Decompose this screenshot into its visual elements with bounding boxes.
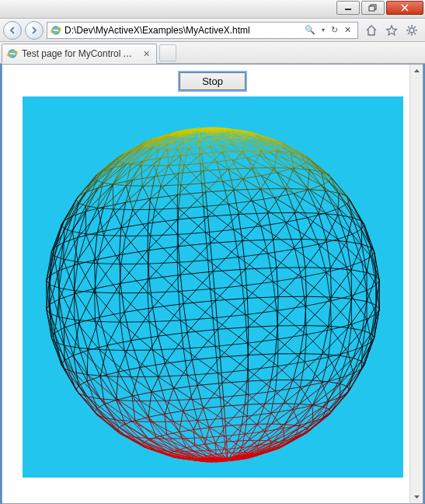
svg-line-473 — [180, 184, 201, 185]
svg-line-1592 — [179, 448, 186, 450]
dropdown-icon[interactable]: ▾ — [322, 26, 325, 33]
svg-line-814 — [180, 243, 211, 275]
address-bar[interactable]: 🔍 ▾ ↻ ✕ — [47, 22, 358, 39]
svg-line-708 — [294, 212, 301, 239]
svg-line-1791 — [364, 338, 374, 365]
svg-line-1053 — [215, 346, 218, 373]
svg-line-811 — [213, 241, 242, 271]
svg-line-1286 — [247, 380, 271, 381]
svg-line-616 — [238, 189, 260, 215]
svg-line-1158 — [300, 362, 305, 387]
svg-line-1045 — [124, 351, 158, 377]
home-icon[interactable] — [364, 23, 378, 37]
maximize-button[interactable] — [361, 1, 385, 15]
svg-line-684 — [325, 213, 337, 240]
svg-line-800 — [301, 240, 326, 240]
svg-line-1197 — [220, 357, 222, 383]
svg-line-1070 — [367, 314, 376, 320]
svg-line-468 — [132, 186, 141, 210]
refresh-icon[interactable]: ↻ — [331, 25, 338, 35]
svg-line-1334 — [173, 421, 197, 422]
svg-line-603 — [339, 193, 353, 217]
svg-line-389 — [246, 155, 259, 157]
svg-line-627 — [148, 198, 150, 223]
svg-line-1376 — [283, 404, 299, 404]
svg-line-398 — [277, 147, 281, 149]
svg-line-1328 — [132, 422, 152, 422]
svg-line-1155 — [275, 366, 277, 391]
svg-line-418 — [274, 152, 277, 168]
svg-line-493 — [291, 169, 321, 185]
back-button[interactable] — [3, 21, 22, 40]
svg-line-1149 — [218, 373, 220, 397]
close-button[interactable] — [386, 1, 423, 15]
svg-line-678 — [285, 222, 294, 250]
svg-line-1079 — [362, 331, 371, 334]
svg-line-828 — [74, 265, 75, 294]
svg-line-416 — [261, 151, 277, 152]
vertical-scrollbar[interactable] — [409, 65, 423, 503]
svg-line-1111 — [118, 341, 131, 372]
url-input[interactable] — [64, 25, 298, 36]
svg-line-1089 — [322, 326, 328, 354]
svg-line-1375 — [284, 405, 313, 425]
svg-line-465 — [113, 186, 125, 209]
tools-icon[interactable] — [405, 23, 419, 37]
svg-line-1110 — [131, 341, 140, 368]
svg-line-593 — [328, 178, 330, 182]
svg-line-1145 — [187, 373, 218, 376]
svg-line-807 — [273, 240, 277, 268]
svg-line-671 — [233, 226, 260, 230]
activex-canvas — [23, 96, 403, 478]
svg-line-463 — [113, 184, 113, 209]
svg-line-1294 — [203, 383, 222, 408]
svg-line-524 — [178, 171, 203, 173]
tab-strip: Test page for MyControl Ac... ✕ — [0, 42, 425, 64]
scroll-down-icon[interactable] — [410, 490, 423, 503]
svg-line-185 — [193, 136, 198, 137]
svg-line-1252 — [275, 391, 293, 410]
svg-line-1478 — [242, 424, 257, 425]
svg-line-385 — [216, 162, 242, 179]
svg-line-999 — [277, 297, 278, 326]
svg-line-900 — [305, 268, 306, 296]
svg-line-528 — [177, 173, 179, 195]
svg-line-751 — [78, 262, 94, 292]
stop-button[interactable]: Stop — [179, 72, 246, 90]
scroll-up-icon[interactable] — [410, 65, 423, 78]
svg-line-1565 — [266, 441, 273, 442]
svg-line-902 — [245, 268, 276, 269]
svg-line-1205 — [118, 367, 140, 372]
stop-load-icon[interactable]: ✕ — [344, 25, 351, 35]
minimize-button[interactable] — [336, 1, 360, 15]
svg-line-1240 — [165, 401, 197, 421]
new-tab-button[interactable] — [159, 44, 176, 61]
svg-line-700 — [347, 218, 352, 242]
search-icon[interactable]: 🔍 — [305, 25, 315, 35]
svg-line-320 — [246, 138, 259, 139]
svg-line-1232 — [118, 401, 140, 401]
svg-line-1579 — [227, 441, 237, 453]
svg-line-778 — [318, 244, 346, 267]
svg-line-1207 — [132, 367, 140, 396]
svg-line-393 — [259, 155, 277, 172]
svg-line-1059 — [277, 339, 278, 366]
svg-line-438 — [132, 161, 141, 180]
svg-line-687 — [339, 208, 353, 234]
svg-line-1583 — [204, 443, 215, 445]
tab-active[interactable]: Test page for MyControl Ac... ✕ — [2, 44, 157, 64]
svg-line-608 — [285, 189, 307, 190]
svg-line-1295 — [173, 386, 197, 389]
svg-line-1424 — [148, 439, 165, 439]
svg-line-1389 — [224, 406, 225, 426]
tab-close-icon[interactable]: ✕ — [141, 49, 152, 59]
tab-title: Test page for MyControl Ac... — [22, 48, 138, 59]
svg-line-890 — [351, 270, 367, 273]
svg-line-1784 — [308, 159, 331, 178]
browser-window: 🔍 ▾ ↻ ✕ Test page for — [0, 0, 425, 504]
svg-line-1094 — [248, 326, 277, 327]
favorites-icon[interactable] — [385, 23, 399, 37]
svg-line-917 — [95, 283, 120, 289]
svg-line-432 — [178, 156, 180, 173]
forward-button[interactable] — [25, 21, 44, 40]
